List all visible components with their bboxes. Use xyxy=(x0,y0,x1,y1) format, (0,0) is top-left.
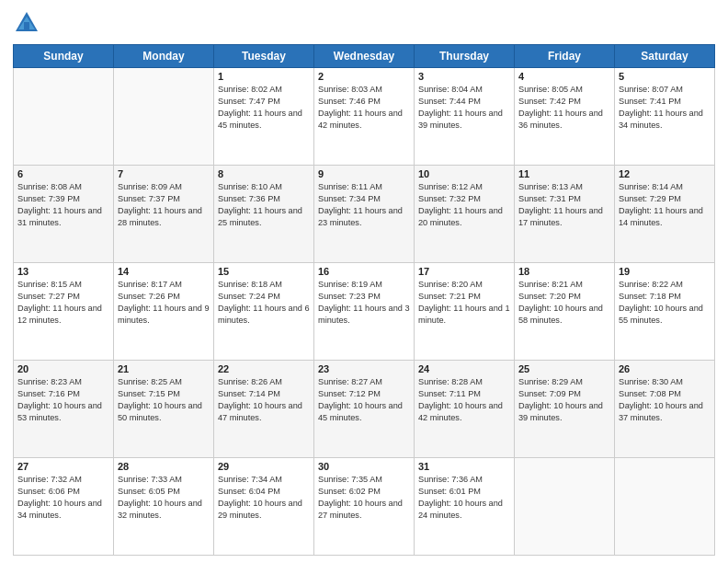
day-number: 3 xyxy=(418,71,510,82)
day-info: Sunrise: 8:23 AM Sunset: 7:16 PM Dayligh… xyxy=(17,376,109,424)
calendar-day-29: 29Sunrise: 7:34 AM Sunset: 6:04 PM Dayli… xyxy=(214,458,314,556)
day-number: 23 xyxy=(318,363,410,374)
calendar-day-1: 1Sunrise: 8:02 AM Sunset: 7:47 PM Daylig… xyxy=(214,68,314,166)
calendar-day-10: 10Sunrise: 8:12 AM Sunset: 7:32 PM Dayli… xyxy=(415,166,515,263)
day-number: 18 xyxy=(518,266,610,277)
calendar-day-8: 8Sunrise: 8:10 AM Sunset: 7:36 PM Daylig… xyxy=(214,166,314,263)
day-info: Sunrise: 8:28 AM Sunset: 7:11 PM Dayligh… xyxy=(418,376,510,424)
day-info: Sunrise: 8:20 AM Sunset: 7:21 PM Dayligh… xyxy=(418,279,510,327)
calendar-week-row: 20Sunrise: 8:23 AM Sunset: 7:16 PM Dayli… xyxy=(14,361,715,458)
calendar-table: SundayMondayTuesdayWednesdayThursdayFrid… xyxy=(13,44,715,556)
day-number: 12 xyxy=(619,168,711,179)
calendar-day-11: 11Sunrise: 8:13 AM Sunset: 7:31 PM Dayli… xyxy=(515,166,615,263)
day-info: Sunrise: 8:15 AM Sunset: 7:27 PM Dayligh… xyxy=(17,279,109,327)
calendar-day-2: 2Sunrise: 8:03 AM Sunset: 7:46 PM Daylig… xyxy=(314,68,415,166)
calendar-day-27: 27Sunrise: 7:32 AM Sunset: 6:06 PM Dayli… xyxy=(14,458,114,556)
day-info: Sunrise: 8:05 AM Sunset: 7:42 PM Dayligh… xyxy=(518,84,610,132)
day-info: Sunrise: 8:02 AM Sunset: 7:47 PM Dayligh… xyxy=(218,84,310,132)
day-info: Sunrise: 8:27 AM Sunset: 7:12 PM Dayligh… xyxy=(318,376,410,424)
page-container: SundayMondayTuesdayWednesdayThursdayFrid… xyxy=(0,0,728,563)
day-number: 15 xyxy=(218,266,310,277)
day-number: 5 xyxy=(619,71,711,82)
day-number: 2 xyxy=(318,71,410,82)
day-info: Sunrise: 8:21 AM Sunset: 7:20 PM Dayligh… xyxy=(518,279,610,327)
calendar-day-16: 16Sunrise: 8:19 AM Sunset: 7:23 PM Dayli… xyxy=(314,263,415,361)
calendar-day-23: 23Sunrise: 8:27 AM Sunset: 7:12 PM Dayli… xyxy=(314,361,415,458)
day-number: 13 xyxy=(17,266,109,277)
day-info: Sunrise: 8:11 AM Sunset: 7:34 PM Dayligh… xyxy=(318,181,410,229)
calendar-day-12: 12Sunrise: 8:14 AM Sunset: 7:29 PM Dayli… xyxy=(615,166,715,263)
day-info: Sunrise: 7:32 AM Sunset: 6:06 PM Dayligh… xyxy=(17,474,109,522)
day-number: 19 xyxy=(619,266,711,277)
calendar-body: 1Sunrise: 8:02 AM Sunset: 7:47 PM Daylig… xyxy=(14,68,715,556)
calendar-day-19: 19Sunrise: 8:22 AM Sunset: 7:18 PM Dayli… xyxy=(615,263,715,361)
calendar-day-6: 6Sunrise: 8:08 AM Sunset: 7:39 PM Daylig… xyxy=(14,166,114,263)
day-number: 17 xyxy=(418,266,510,277)
day-info: Sunrise: 8:09 AM Sunset: 7:37 PM Dayligh… xyxy=(118,181,210,229)
day-info: Sunrise: 8:03 AM Sunset: 7:46 PM Dayligh… xyxy=(318,84,410,132)
day-number: 10 xyxy=(418,168,510,179)
calendar-empty-cell xyxy=(515,458,615,556)
day-number: 27 xyxy=(17,461,109,472)
day-info: Sunrise: 8:04 AM Sunset: 7:44 PM Dayligh… xyxy=(418,84,510,132)
day-number: 9 xyxy=(318,168,410,179)
day-number: 8 xyxy=(218,168,310,179)
calendar-week-row: 27Sunrise: 7:32 AM Sunset: 6:06 PM Dayli… xyxy=(14,458,715,556)
calendar-day-4: 4Sunrise: 8:05 AM Sunset: 7:42 PM Daylig… xyxy=(515,68,615,166)
day-info: Sunrise: 8:18 AM Sunset: 7:24 PM Dayligh… xyxy=(218,279,310,327)
calendar-day-7: 7Sunrise: 8:09 AM Sunset: 7:37 PM Daylig… xyxy=(114,166,214,263)
weekday-header-thursday: Thursday xyxy=(415,45,515,68)
weekday-header-monday: Monday xyxy=(114,45,214,68)
day-info: Sunrise: 7:36 AM Sunset: 6:01 PM Dayligh… xyxy=(418,474,510,522)
day-number: 26 xyxy=(619,363,711,374)
header xyxy=(13,9,715,37)
calendar-day-20: 20Sunrise: 8:23 AM Sunset: 7:16 PM Dayli… xyxy=(14,361,114,458)
day-number: 16 xyxy=(318,266,410,277)
day-info: Sunrise: 8:30 AM Sunset: 7:08 PM Dayligh… xyxy=(619,376,711,424)
calendar-day-28: 28Sunrise: 7:33 AM Sunset: 6:05 PM Dayli… xyxy=(114,458,214,556)
day-number: 28 xyxy=(118,461,210,472)
calendar-day-9: 9Sunrise: 8:11 AM Sunset: 7:34 PM Daylig… xyxy=(314,166,415,263)
calendar-week-row: 13Sunrise: 8:15 AM Sunset: 7:27 PM Dayli… xyxy=(14,263,715,361)
day-info: Sunrise: 8:14 AM Sunset: 7:29 PM Dayligh… xyxy=(619,181,711,229)
day-number: 21 xyxy=(118,363,210,374)
day-info: Sunrise: 8:13 AM Sunset: 7:31 PM Dayligh… xyxy=(518,181,610,229)
day-number: 4 xyxy=(518,71,610,82)
day-info: Sunrise: 8:19 AM Sunset: 7:23 PM Dayligh… xyxy=(318,279,410,327)
calendar-day-24: 24Sunrise: 8:28 AM Sunset: 7:11 PM Dayli… xyxy=(415,361,515,458)
calendar-day-5: 5Sunrise: 8:07 AM Sunset: 7:41 PM Daylig… xyxy=(615,68,715,166)
day-info: Sunrise: 8:08 AM Sunset: 7:39 PM Dayligh… xyxy=(17,181,109,229)
day-number: 31 xyxy=(418,461,510,472)
day-number: 7 xyxy=(118,168,210,179)
day-info: Sunrise: 8:25 AM Sunset: 7:15 PM Dayligh… xyxy=(118,376,210,424)
logo-icon xyxy=(13,9,40,37)
weekday-header-wednesday: Wednesday xyxy=(314,45,415,68)
calendar-empty-cell xyxy=(14,68,114,166)
day-number: 29 xyxy=(218,461,310,472)
calendar-day-14: 14Sunrise: 8:17 AM Sunset: 7:26 PM Dayli… xyxy=(114,263,214,361)
day-info: Sunrise: 8:12 AM Sunset: 7:32 PM Dayligh… xyxy=(418,181,510,229)
calendar-empty-cell xyxy=(615,458,715,556)
day-number: 25 xyxy=(518,363,610,374)
day-number: 24 xyxy=(418,363,510,374)
day-number: 14 xyxy=(118,266,210,277)
day-number: 11 xyxy=(518,168,610,179)
logo xyxy=(13,9,44,37)
day-info: Sunrise: 8:07 AM Sunset: 7:41 PM Dayligh… xyxy=(619,84,711,132)
day-info: Sunrise: 7:34 AM Sunset: 6:04 PM Dayligh… xyxy=(218,474,310,522)
day-info: Sunrise: 8:29 AM Sunset: 7:09 PM Dayligh… xyxy=(518,376,610,424)
weekday-header-saturday: Saturday xyxy=(615,45,715,68)
day-info: Sunrise: 8:10 AM Sunset: 7:36 PM Dayligh… xyxy=(218,181,310,229)
day-info: Sunrise: 7:33 AM Sunset: 6:05 PM Dayligh… xyxy=(118,474,210,522)
calendar-day-25: 25Sunrise: 8:29 AM Sunset: 7:09 PM Dayli… xyxy=(515,361,615,458)
calendar-day-21: 21Sunrise: 8:25 AM Sunset: 7:15 PM Dayli… xyxy=(114,361,214,458)
svg-rect-2 xyxy=(24,22,29,29)
day-number: 22 xyxy=(218,363,310,374)
calendar-day-15: 15Sunrise: 8:18 AM Sunset: 7:24 PM Dayli… xyxy=(214,263,314,361)
weekday-header-tuesday: Tuesday xyxy=(214,45,314,68)
day-number: 1 xyxy=(218,71,310,82)
day-number: 20 xyxy=(17,363,109,374)
day-info: Sunrise: 7:35 AM Sunset: 6:02 PM Dayligh… xyxy=(318,474,410,522)
day-info: Sunrise: 8:26 AM Sunset: 7:14 PM Dayligh… xyxy=(218,376,310,424)
calendar-day-18: 18Sunrise: 8:21 AM Sunset: 7:20 PM Dayli… xyxy=(515,263,615,361)
